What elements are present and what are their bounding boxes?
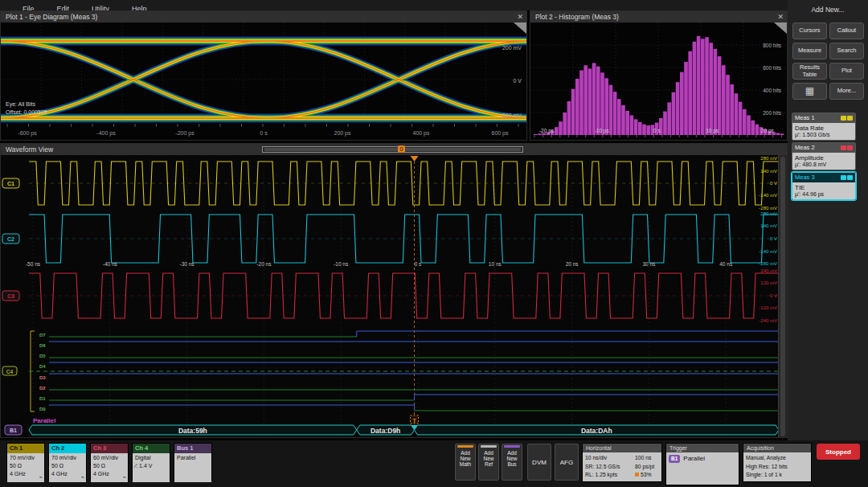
channel-setup-badge-ch1[interactable]: Ch 170 mV/div50 Ω4 GHz⌁ (6, 443, 45, 481)
add-new-bus-button[interactable]: AddNewBus (502, 444, 522, 481)
horizontal-panel-body: 10 ns/div100 nsSR: 12.5 GS/s80 ps/ptRL: … (583, 452, 661, 481)
add-new-cursors-button[interactable]: Cursors (792, 23, 827, 39)
trigger-position-icon (411, 156, 419, 162)
add-new-measure-button[interactable]: Measure (792, 43, 827, 59)
zero-position-pin[interactable]: 0 (398, 145, 405, 153)
channel-setup-badge-bus1[interactable]: Bus 1Parallel (174, 443, 212, 481)
add-new-search-button[interactable]: Search (829, 43, 864, 59)
waveform-view-window[interactable]: Waveform View 0 280 mV140 mV0 V-140 mV-2… (0, 143, 788, 438)
meas-header: Meas 2 (792, 143, 855, 153)
digital-channel-label: D0 (39, 407, 46, 411)
acquisition-panel[interactable]: AcquisitionManual, AnalyzeHigh Res: 12 b… (743, 443, 812, 482)
channel-setup-badge-ch3[interactable]: Ch 360 mV/div50 Ω4 GHz⌁ (90, 443, 129, 481)
horizontal-value: SR: 12.5 GS/s (585, 463, 635, 472)
eye-x-label: -200 ps (175, 130, 194, 137)
acquisition-line: High Res: 12 bits (746, 463, 809, 472)
acquisition-panel-header: Acquisition (743, 444, 811, 452)
digital-channel-label: D3 (39, 375, 46, 380)
trigger-panel-header: Trigger (666, 444, 739, 452)
add-new-ref-button[interactable]: AddNewRef (478, 444, 499, 481)
histogram-bar (718, 56, 722, 135)
time-axis-label: -50 ns (26, 261, 41, 267)
vertical-scrollbar[interactable] (778, 155, 787, 438)
eye-rail-layer (1, 41, 526, 118)
histogram-bar (747, 116, 751, 136)
scale-label: 0 V (770, 236, 777, 241)
vertical-scrollbar-thumb[interactable] (780, 157, 785, 436)
probe-icon: ⌁ (123, 473, 126, 481)
add-new-results-table-button[interactable]: Results Table (792, 63, 827, 80)
plot1-title-bar[interactable]: Plot 1 - Eye Diagram (Meas 3) ✕ (1, 11, 526, 23)
plot2-resize-corner-icon[interactable] (774, 23, 787, 34)
histogram-bar (680, 72, 684, 135)
time-axis-label: -30 ns (180, 261, 195, 267)
channel-badge-label: C4 (6, 369, 14, 374)
add-new-plot-button[interactable]: Plot (829, 63, 864, 80)
channel-badge-header: Ch 4 (133, 444, 170, 453)
histogram-bar (621, 105, 625, 135)
plot1-eye-diagram-window[interactable]: Plot 1 - Eye Diagram (Meas 3) ✕ -600 ps-… (0, 10, 527, 141)
scrollbar-thumb[interactable] (264, 148, 521, 151)
stopped-button[interactable]: Stopped (817, 444, 860, 460)
menu-bar: FileEditUtilityHelp (0, 0, 788, 11)
meas-badge-2[interactable]: Meas 2Amplitudeµ': 480.8 mV (792, 142, 856, 170)
add-new-math-button[interactable]: AddNewMath (455, 444, 476, 481)
plot1-close-icon[interactable]: ✕ (517, 11, 523, 23)
plot1-resize-corner-icon[interactable] (514, 23, 526, 34)
bus-name-label: Parallel (33, 417, 55, 424)
hist-y-label: 400 hits (763, 88, 782, 93)
channel-setup-badge-ch2[interactable]: Ch 270 mV/div50 Ω4 GHz⌁ (48, 443, 87, 481)
channel-setting-line: ∕: 1.4 V (135, 462, 170, 470)
add-new-label: Add New... (788, 0, 868, 14)
channel-badge-label: C3 (7, 293, 14, 299)
horizontal-panel[interactable]: Horizontal10 ns/div100 nsSR: 12.5 GS/s80… (582, 443, 662, 482)
results-grid-icon: ▦ (805, 86, 814, 96)
waveform-plot[interactable]: 280 mV140 mV0 V-140 mV-280 mVC1280 mV140… (1, 155, 779, 438)
plot2-title-bar[interactable]: Plot 2 - Histogram (Meas 3) ✕ (530, 11, 787, 23)
trigger-panel[interactable]: TriggerB1Parallel (665, 443, 739, 485)
channel-setup-badge-ch4[interactable]: Ch 4Digital∕: 1.4 V (132, 443, 170, 481)
channel-setting-line: 60 mV/div (93, 454, 128, 462)
channel-setting-line: 50 Ω (93, 462, 128, 470)
dvm-button[interactable]: DVM (527, 444, 551, 481)
channel-badge-label: C1 (7, 181, 14, 186)
hist-y-label: 600 hits (763, 65, 782, 71)
meas-badge-3[interactable]: Meas 3TIEµ': 44.96 ps (792, 172, 856, 200)
histogram-bar (583, 65, 588, 135)
results-grid-icon-button[interactable]: ▦ (792, 83, 827, 100)
histogram-bar (609, 85, 613, 135)
histogram-bar (642, 125, 646, 135)
channel-badge-body: 70 mV/div50 Ω4 GHz⌁ (49, 453, 86, 482)
meas-value-label: µ': 44.96 ps (795, 191, 853, 197)
waveform-view-title-bar: Waveform View 0 (1, 144, 787, 155)
histogram-bar (663, 112, 667, 135)
histogram-bar (638, 122, 642, 135)
eye-diagram-plot-area[interactable]: -600 ps-400 ps-200 ps0 s200 ps400 ps600 … (1, 23, 526, 140)
hist-y-label: 800 hits (763, 43, 782, 48)
channel-setting-line: Digital (135, 454, 170, 462)
histogram-bar (667, 102, 671, 135)
eye-x-label: 600 ps (491, 130, 509, 137)
more-button[interactable]: More... (829, 83, 864, 100)
histogram-bar (684, 62, 688, 135)
histogram-bar (739, 102, 743, 135)
bus-value-label: Data:D9h (371, 427, 400, 435)
afg-button[interactable]: AFG (555, 444, 579, 481)
plot2-histogram-window[interactable]: Plot 2 - Histogram (Meas 3) ✕ 800 hits60… (530, 10, 788, 141)
histogram-plot-area[interactable]: 800 hits600 hits400 hits200 hits-20 ps-1… (530, 23, 787, 140)
meas-badge-1[interactable]: Meas 1Data Rateµ': 1.503 Gb/s (792, 113, 856, 141)
hist-x-label: 0 s (653, 128, 661, 133)
channel-badge-header: Ch 2 (49, 444, 86, 453)
eye-y-label: 0 V (513, 78, 522, 84)
bus-value-label: Data:59h (178, 427, 207, 435)
horizontal-pan-scrollbar[interactable]: 0 (262, 146, 523, 153)
hist-x-label: 20 ps (761, 128, 775, 134)
channel-setting-line: 70 mV/div (51, 454, 86, 462)
channel-setting-line: 50 Ω (10, 462, 44, 470)
histogram-bar (776, 133, 780, 135)
plot2-close-icon[interactable]: ✕ (777, 11, 784, 23)
histogram-bar (697, 36, 701, 135)
add-new-callout-button[interactable]: Callout (829, 23, 864, 39)
eye-info-line1: Eye: All Bits (6, 101, 35, 108)
meas-name-label: Data Rate (795, 125, 853, 132)
